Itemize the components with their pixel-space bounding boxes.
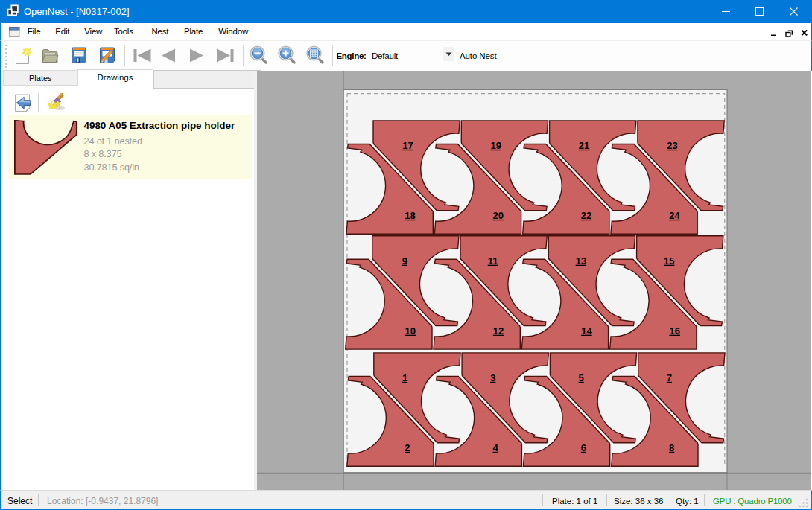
svg-text:5: 5 — [578, 372, 583, 383]
svg-text:12: 12 — [493, 325, 504, 337]
svg-text:11: 11 — [488, 255, 498, 267]
svg-text:18: 18 — [405, 210, 415, 221]
svg-text:22: 22 — [581, 210, 591, 221]
svg-text:15: 15 — [664, 255, 674, 267]
svg-text:4: 4 — [492, 442, 498, 453]
svg-text:16: 16 — [669, 325, 679, 337]
svg-text:13: 13 — [576, 255, 586, 267]
svg-text:8: 8 — [669, 442, 674, 453]
svg-text:23: 23 — [667, 140, 677, 151]
svg-text:6: 6 — [581, 442, 586, 453]
svg-text:24: 24 — [669, 210, 680, 221]
svg-text:3: 3 — [490, 372, 495, 383]
svg-text:20: 20 — [493, 210, 504, 221]
svg-text:10: 10 — [405, 325, 416, 337]
svg-text:1: 1 — [402, 372, 407, 383]
svg-text:14: 14 — [581, 325, 592, 337]
svg-text:17: 17 — [402, 140, 413, 151]
svg-text:21: 21 — [579, 140, 589, 151]
svg-text:19: 19 — [491, 140, 501, 151]
svg-text:9: 9 — [402, 255, 407, 267]
svg-text:7: 7 — [667, 372, 672, 383]
svg-text:2: 2 — [405, 442, 410, 453]
